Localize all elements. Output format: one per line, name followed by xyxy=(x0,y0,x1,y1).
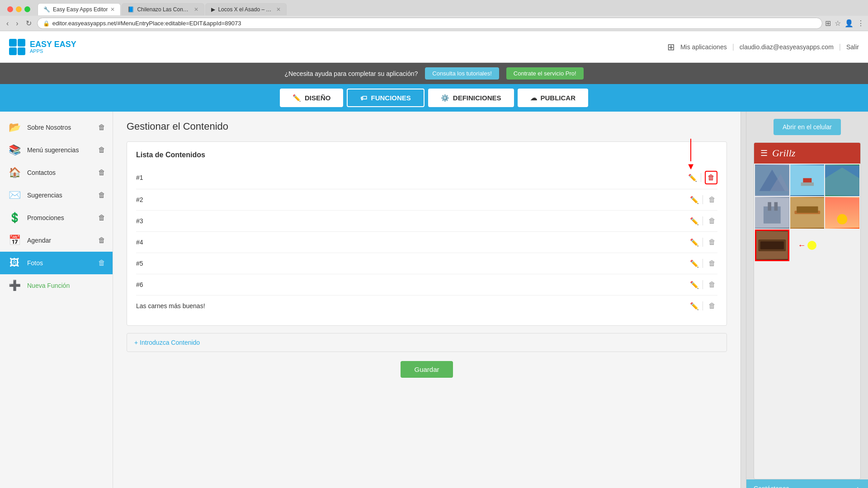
contactos-icon: 🏠 xyxy=(7,167,22,178)
tab-publicar[interactable]: ☁ PUBLICAR xyxy=(518,89,589,107)
tab-diseno[interactable]: ✏️ DISEÑO xyxy=(280,89,344,107)
save-button[interactable]: Guardar xyxy=(401,361,453,378)
photo-cell-1[interactable] xyxy=(755,164,789,196)
sidebar-item-sugerencias[interactable]: ✉️ Sugerencias 🗑 xyxy=(0,184,113,206)
sidebar-item-fotos[interactable]: 🖼 Fotos 🗑 xyxy=(0,252,113,274)
tab-label-youtube: Locos X el Asado – YouTu... xyxy=(218,6,272,13)
table-row: #4 ✏️ 🗑 xyxy=(136,232,717,253)
photo-cell-5[interactable] xyxy=(790,197,825,229)
tab-definiciones[interactable]: ⚙️ DEFINICIONES xyxy=(428,89,514,107)
delete-btn-3[interactable]: 🗑 xyxy=(707,215,717,227)
sidebar-item-sobre-nosotros[interactable]: 📂 Sobre Nosotros 🗑 xyxy=(0,116,113,139)
fotos-trash-icon[interactable]: 🗑 xyxy=(98,259,105,267)
delete-btn-6[interactable]: 🗑 xyxy=(707,279,717,291)
delete-btn-5[interactable]: 🗑 xyxy=(707,258,717,269)
tab-favicon-editor: 🔧 xyxy=(43,6,50,13)
sidebar-item-agendar[interactable]: 📅 Agendar 🗑 xyxy=(0,229,113,252)
profile-button[interactable]: 👤 xyxy=(844,19,854,28)
fotos-label: Fotos xyxy=(27,259,93,267)
photo-cell-6[interactable] xyxy=(825,197,859,229)
photo-cell-7[interactable] xyxy=(755,230,789,261)
logo-grid xyxy=(9,39,25,55)
delete-btn-4[interactable]: 🗑 xyxy=(707,236,717,248)
table-row: Las carnes más buenas! ✏️ 🗑 xyxy=(136,296,717,316)
svg-rect-14 xyxy=(797,206,818,213)
tab-close-chilenazo[interactable]: ✕ xyxy=(194,6,198,13)
photo-cell-3[interactable] xyxy=(825,164,859,196)
apps-grid-icon[interactable]: ⊞ xyxy=(667,42,675,52)
logo-cell-2 xyxy=(18,39,25,47)
edit-btn-1[interactable]: ✏️ xyxy=(688,174,697,182)
pro-button[interactable]: Contrate el servicio Pro! xyxy=(506,67,584,80)
tab-label-chilenazo: Chilenazo Las Condes xyxy=(137,6,191,13)
edit-btn-carnes[interactable]: ✏️ xyxy=(690,302,699,310)
sobre-nosotros-icon: 📂 xyxy=(7,122,22,133)
menu-button[interactable]: ⋮ xyxy=(857,19,864,28)
bookmark-button[interactable]: ☆ xyxy=(835,19,841,28)
address-bar[interactable]: 🔒 editor.easyeasyapps.net/#MenuEntryPlac… xyxy=(37,18,822,29)
row-label-4: #4 xyxy=(136,239,690,246)
delete-btn-2[interactable]: 🗑 xyxy=(707,194,717,206)
logo-area: EASY EASY APPS xyxy=(9,39,76,55)
menu-sugerencias-trash-icon[interactable]: 🗑 xyxy=(98,146,105,154)
bbq-img xyxy=(790,197,825,229)
promociones-icon: 💲 xyxy=(7,212,22,224)
divider-1 xyxy=(701,173,701,182)
sidebar-item-nueva-funcion[interactable]: ➕ Nueva Función xyxy=(0,274,113,297)
mis-aplicaciones-link[interactable]: Mis aplicaciones xyxy=(680,43,727,51)
edit-btn-4[interactable]: ✏️ xyxy=(690,238,699,247)
logo-text-block: EASY EASY APPS xyxy=(30,40,76,54)
sidebar-item-contactos[interactable]: 🏠 Contactos 🗑 xyxy=(0,161,113,184)
logo-cell-1 xyxy=(9,39,17,47)
delete-btn-1[interactable]: 🗑 xyxy=(705,171,717,184)
tutorials-button[interactable]: Consulta los tutoriales! xyxy=(425,67,499,80)
photo-cell-4[interactable] xyxy=(755,197,789,229)
tab-close-youtube[interactable]: ✕ xyxy=(276,6,281,13)
tab-editor[interactable]: 🔧 Easy Easy Apps Editor ✕ xyxy=(38,3,121,15)
scrollbar[interactable] xyxy=(741,112,746,488)
contact-bar[interactable]: Contáctenos ▲ xyxy=(746,479,868,488)
tab-funciones[interactable]: 🏷 FUNCIONES xyxy=(347,89,424,107)
sugerencias-icon: ✉️ xyxy=(7,189,22,201)
photo-cell-2[interactable] xyxy=(790,164,825,196)
cursor-indicator: ← xyxy=(797,241,816,250)
tab-youtube[interactable]: ▶ Locos X el Asado – YouTu... ✕ xyxy=(205,3,287,15)
tab-close-editor[interactable]: ✕ xyxy=(110,6,115,13)
edit-btn-6[interactable]: ✏️ xyxy=(690,281,699,289)
sugerencias-trash-icon[interactable]: 🗑 xyxy=(98,191,105,199)
edit-btn-3[interactable]: ✏️ xyxy=(690,217,699,225)
divider-4 xyxy=(703,238,703,247)
minimize-window-btn[interactable] xyxy=(16,6,22,12)
logo-text: EASY EASY xyxy=(30,40,76,48)
castle-img xyxy=(755,197,789,229)
help-bar: ¿Necesita ayuda para completar su aplica… xyxy=(0,63,868,84)
nav-buttons: ‹ › ↻ xyxy=(4,18,34,28)
arrow-indicator: ▼ xyxy=(686,139,695,172)
sidebar-item-menu-sugerencias[interactable]: 📚 Menú sugerencias 🗑 xyxy=(0,139,113,161)
tab-favicon-youtube: ▶ xyxy=(211,6,215,13)
forward-button[interactable]: › xyxy=(13,18,21,28)
close-window-btn[interactable] xyxy=(7,6,13,12)
row-label-3: #3 xyxy=(136,217,690,225)
salir-button[interactable]: Salir xyxy=(846,43,859,51)
open-phone-button[interactable]: Abrir en el celular xyxy=(774,119,841,135)
tab-funciones-label: FUNCIONES xyxy=(371,94,410,102)
contact-bar-chevron: ▲ xyxy=(854,485,861,488)
add-content-row[interactable]: + Introduzca Contenido xyxy=(127,333,727,352)
back-button[interactable]: ‹ xyxy=(4,18,11,28)
edit-btn-5[interactable]: ✏️ xyxy=(690,259,699,268)
refresh-button[interactable]: ↻ xyxy=(23,18,34,28)
edit-btn-2[interactable]: ✏️ xyxy=(690,196,699,204)
extensions-button[interactable]: ⊞ xyxy=(825,19,831,28)
sidebar-item-promociones[interactable]: 💲 Promociones 🗑 xyxy=(0,206,113,229)
sobre-nosotros-trash-icon[interactable]: 🗑 xyxy=(98,123,105,131)
promociones-trash-icon[interactable]: 🗑 xyxy=(98,214,105,222)
tab-chilenazo[interactable]: 📘 Chilenazo Las Condes ✕ xyxy=(122,3,204,15)
divider-3 xyxy=(703,216,703,225)
contactos-trash-icon[interactable]: 🗑 xyxy=(98,169,105,177)
sugerencias-label: Sugerencias xyxy=(27,192,93,199)
agendar-trash-icon[interactable]: 🗑 xyxy=(98,236,105,244)
maximize-window-btn[interactable] xyxy=(24,6,30,12)
delete-btn-carnes[interactable]: 🗑 xyxy=(707,300,717,312)
row-actions-5: ✏️ 🗑 xyxy=(690,258,717,269)
